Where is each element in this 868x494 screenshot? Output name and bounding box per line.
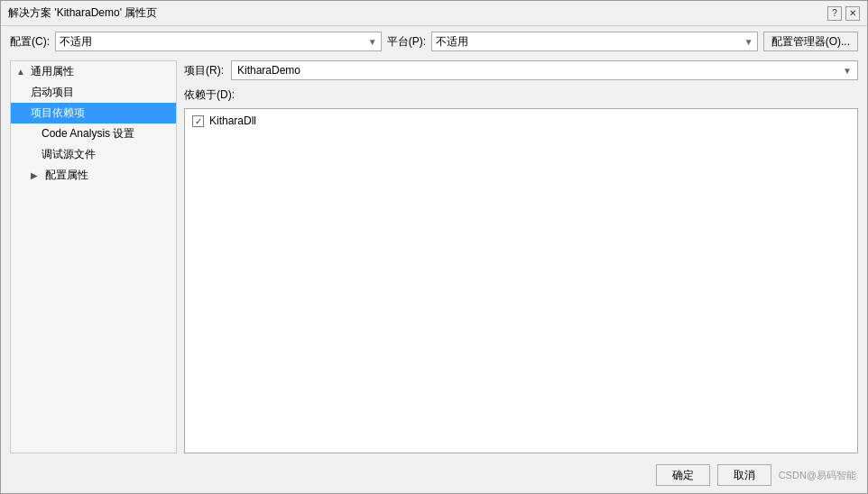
tree-item-code-analysis[interactable]: Code Analysis 设置 <box>11 124 176 144</box>
platform-select-value: 不适用 <box>436 34 468 50</box>
project-select-value: KitharaDemo <box>237 64 300 77</box>
config-label: 配置(C): <box>10 34 50 50</box>
tree-item-code-analysis-label: Code Analysis 设置 <box>42 126 134 142</box>
tree-item-debug-source[interactable]: 调试源文件 <box>11 144 176 165</box>
tree-item-general-label: 通用属性 <box>31 64 74 79</box>
help-button[interactable]: ? <box>827 6 842 21</box>
main-dialog: 解决方案 'KitharaDemo' 属性页 ? ✕ 配置(C): 不适用 ▼ … <box>0 0 868 494</box>
title-bar: 解决方案 'KitharaDemo' 属性页 ? ✕ <box>1 1 867 26</box>
project-select-arrow: ▼ <box>843 66 852 76</box>
project-select[interactable]: KitharaDemo ▼ <box>231 60 858 80</box>
config-select[interactable]: 不适用 ▼ <box>55 32 382 51</box>
title-bar-buttons: ? ✕ <box>827 6 860 21</box>
depends-label: 依赖于(D): <box>184 87 858 103</box>
config-select-value: 不适用 <box>60 34 92 50</box>
right-panel: 项目(R): KitharaDemo ▼ 依赖于(D): ✓ KitharaDl… <box>184 60 858 453</box>
close-button[interactable]: ✕ <box>845 6 860 21</box>
footer: 确定 取消 CSDN@易码智能 <box>1 457 867 493</box>
tree-item-debug-source-label: 调试源文件 <box>42 147 96 162</box>
tree-item-dependencies[interactable]: 项目依赖项 <box>11 103 176 124</box>
platform-label: 平台(P): <box>387 34 426 50</box>
dep-item-kithara-dll-label: KitharaDll <box>209 114 256 127</box>
cancel-button[interactable]: 取消 <box>717 464 771 486</box>
tree-item-startup[interactable]: 启动项目 <box>11 82 176 103</box>
watermark: CSDN@易码智能 <box>779 469 856 482</box>
tree-item-general[interactable]: ▲ 通用属性 <box>11 61 176 82</box>
main-area: ▲ 通用属性 启动项目 项目依赖项 Code Analysis 设置 调试源文件… <box>1 57 867 457</box>
deps-list: ✓ KitharaDll <box>184 108 858 453</box>
tree-item-config-props-label: 配置属性 <box>45 168 88 183</box>
expander-config-props: ▶ <box>31 170 42 180</box>
dialog-title: 解决方案 'KitharaDemo' 属性页 <box>8 5 157 21</box>
tree-item-startup-label: 启动项目 <box>31 85 74 100</box>
expander-general: ▲ <box>16 67 27 77</box>
platform-select-arrow: ▼ <box>744 37 753 47</box>
project-row: 项目(R): KitharaDemo ▼ <box>184 60 858 80</box>
left-panel: ▲ 通用属性 启动项目 项目依赖项 Code Analysis 设置 调试源文件… <box>10 60 177 453</box>
project-label: 项目(R): <box>184 63 224 78</box>
ok-button[interactable]: 确定 <box>656 464 710 486</box>
tree-item-config-props[interactable]: ▶ 配置属性 <box>11 165 176 186</box>
dep-item-kithara-dll[interactable]: ✓ KitharaDll <box>189 113 854 129</box>
dep-checkbox-kithara-dll[interactable]: ✓ <box>192 115 204 127</box>
config-manager-button[interactable]: 配置管理器(O)... <box>763 32 858 51</box>
config-select-arrow: ▼ <box>368 37 377 47</box>
platform-select[interactable]: 不适用 ▼ <box>431 32 758 51</box>
tree-item-dependencies-label: 项目依赖项 <box>31 105 85 121</box>
toolbar: 配置(C): 不适用 ▼ 平台(P): 不适用 ▼ 配置管理器(O)... <box>1 26 867 57</box>
